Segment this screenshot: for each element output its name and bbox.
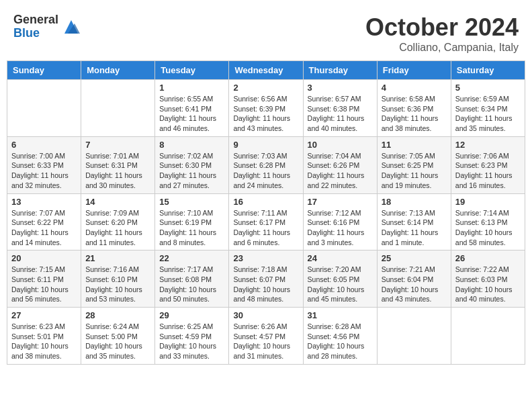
day-info: Sunrise: 7:02 AMSunset: 6:30 PMDaylight:… [159, 151, 224, 191]
day-number: 27 [11, 310, 77, 320]
calendar-cell: 15Sunrise: 7:10 AMSunset: 6:19 PMDayligh… [155, 193, 229, 250]
calendar-week-2: 6Sunrise: 7:00 AMSunset: 6:33 PMDaylight… [7, 136, 525, 193]
day-number: 17 [308, 197, 373, 207]
calendar-cell: 4Sunrise: 6:58 AMSunset: 6:36 PMDaylight… [377, 80, 451, 137]
day-info: Sunrise: 6:58 AMSunset: 6:36 PMDaylight:… [382, 94, 447, 134]
calendar-cell: 10Sunrise: 7:04 AMSunset: 6:26 PMDayligh… [303, 136, 377, 193]
day-number: 2 [233, 83, 298, 93]
calendar-cell: 25Sunrise: 7:21 AMSunset: 6:04 PMDayligh… [377, 250, 451, 308]
logo-icon [61, 17, 81, 37]
month-title: October 2024 [365, 13, 519, 42]
calendar-cell: 27Sunrise: 6:23 AMSunset: 5:01 PMDayligh… [7, 308, 81, 365]
day-info: Sunrise: 7:22 AMSunset: 6:03 PMDaylight:… [455, 265, 521, 304]
day-info: Sunrise: 6:56 AMSunset: 6:39 PMDaylight:… [233, 94, 298, 134]
day-info: Sunrise: 6:24 AMSunset: 5:00 PMDaylight:… [85, 322, 150, 361]
day-number: 1 [159, 83, 224, 93]
day-number: 12 [455, 140, 521, 150]
calendar-week-3: 13Sunrise: 7:07 AMSunset: 6:22 PMDayligh… [7, 193, 525, 250]
calendar-cell: 11Sunrise: 7:05 AMSunset: 6:25 PMDayligh… [377, 136, 451, 193]
calendar-cell: 28Sunrise: 6:24 AMSunset: 5:00 PMDayligh… [81, 308, 155, 365]
day-number: 20 [11, 253, 77, 263]
day-number: 30 [233, 310, 298, 320]
calendar-body: 1Sunrise: 6:55 AMSunset: 6:41 PMDaylight… [7, 80, 525, 365]
calendar-week-1: 1Sunrise: 6:55 AMSunset: 6:41 PMDaylight… [7, 80, 525, 137]
logo: General Blue [13, 13, 81, 40]
day-number: 16 [233, 197, 298, 207]
calendar-cell: 17Sunrise: 7:12 AMSunset: 6:16 PMDayligh… [303, 193, 377, 250]
calendar-cell: 14Sunrise: 7:09 AMSunset: 6:20 PMDayligh… [81, 193, 155, 250]
calendar-cell: 13Sunrise: 7:07 AMSunset: 6:22 PMDayligh… [7, 193, 81, 250]
calendar-cell: 19Sunrise: 7:14 AMSunset: 6:13 PMDayligh… [451, 193, 525, 250]
calendar-cell: 20Sunrise: 7:15 AMSunset: 6:11 PMDayligh… [7, 250, 81, 308]
calendar-cell: 7Sunrise: 7:01 AMSunset: 6:31 PMDaylight… [81, 136, 155, 193]
calendar-cell: 2Sunrise: 6:56 AMSunset: 6:39 PMDaylight… [229, 80, 303, 137]
calendar-cell: 18Sunrise: 7:13 AMSunset: 6:14 PMDayligh… [377, 193, 451, 250]
weekday-header-friday: Friday [377, 61, 451, 80]
day-number: 24 [308, 253, 373, 263]
day-info: Sunrise: 7:03 AMSunset: 6:28 PMDaylight:… [233, 151, 298, 191]
day-number: 8 [159, 140, 224, 150]
day-info: Sunrise: 7:09 AMSunset: 6:20 PMDaylight:… [85, 208, 150, 248]
weekday-header-tuesday: Tuesday [155, 61, 229, 80]
calendar-cell: 24Sunrise: 7:20 AMSunset: 6:05 PMDayligh… [303, 250, 377, 308]
day-number: 23 [233, 253, 298, 263]
day-info: Sunrise: 6:25 AMSunset: 4:59 PMDaylight:… [159, 322, 224, 361]
calendar-week-5: 27Sunrise: 6:23 AMSunset: 5:01 PMDayligh… [7, 308, 525, 365]
day-number: 5 [455, 83, 521, 93]
calendar-cell: 3Sunrise: 6:57 AMSunset: 6:38 PMDaylight… [303, 80, 377, 137]
day-info: Sunrise: 7:18 AMSunset: 6:07 PMDaylight:… [233, 265, 298, 304]
calendar-cell [7, 80, 81, 137]
day-number: 6 [11, 140, 77, 150]
day-info: Sunrise: 7:11 AMSunset: 6:17 PMDaylight:… [233, 208, 298, 248]
day-info: Sunrise: 7:04 AMSunset: 6:26 PMDaylight:… [308, 151, 373, 191]
day-info: Sunrise: 6:59 AMSunset: 6:34 PMDaylight:… [455, 94, 521, 134]
day-number: 19 [455, 197, 521, 207]
day-number: 14 [85, 197, 150, 207]
day-number: 9 [233, 140, 298, 150]
weekday-header-thursday: Thursday [303, 61, 377, 80]
calendar-header: SundayMondayTuesdayWednesdayThursdayFrid… [7, 61, 525, 80]
day-number: 3 [308, 83, 373, 93]
day-info: Sunrise: 7:21 AMSunset: 6:04 PMDaylight:… [382, 265, 447, 304]
day-info: Sunrise: 7:12 AMSunset: 6:16 PMDaylight:… [308, 208, 373, 248]
day-info: Sunrise: 6:55 AMSunset: 6:41 PMDaylight:… [159, 94, 224, 134]
calendar-cell: 23Sunrise: 7:18 AMSunset: 6:07 PMDayligh… [229, 250, 303, 308]
day-info: Sunrise: 7:05 AMSunset: 6:25 PMDaylight:… [382, 151, 447, 191]
day-number: 10 [308, 140, 373, 150]
page-header: General Blue October 2024 Colliano, Camp… [7, 7, 525, 57]
calendar-cell: 1Sunrise: 6:55 AMSunset: 6:41 PMDaylight… [155, 80, 229, 137]
day-info: Sunrise: 6:26 AMSunset: 4:57 PMDaylight:… [233, 322, 298, 361]
calendar-cell: 29Sunrise: 6:25 AMSunset: 4:59 PMDayligh… [155, 308, 229, 365]
calendar-cell: 12Sunrise: 7:06 AMSunset: 6:23 PMDayligh… [451, 136, 525, 193]
day-number: 28 [85, 310, 150, 320]
day-info: Sunrise: 7:20 AMSunset: 6:05 PMDaylight:… [308, 265, 373, 304]
day-number: 4 [382, 83, 447, 93]
day-info: Sunrise: 7:10 AMSunset: 6:19 PMDaylight:… [159, 208, 224, 248]
weekday-header-row: SundayMondayTuesdayWednesdayThursdayFrid… [7, 61, 525, 80]
day-number: 26 [455, 253, 521, 263]
calendar-cell: 9Sunrise: 7:03 AMSunset: 6:28 PMDaylight… [229, 136, 303, 193]
day-number: 11 [382, 140, 447, 150]
day-info: Sunrise: 7:06 AMSunset: 6:23 PMDaylight:… [455, 151, 521, 191]
logo-general-text: General [13, 13, 58, 27]
weekday-header-sunday: Sunday [7, 61, 81, 80]
day-info: Sunrise: 7:16 AMSunset: 6:10 PMDaylight:… [85, 265, 150, 304]
day-number: 13 [11, 197, 77, 207]
calendar-cell [377, 308, 451, 365]
day-info: Sunrise: 6:57 AMSunset: 6:38 PMDaylight:… [308, 94, 373, 134]
weekday-header-wednesday: Wednesday [229, 61, 303, 80]
day-number: 7 [85, 140, 150, 150]
calendar-cell: 21Sunrise: 7:16 AMSunset: 6:10 PMDayligh… [81, 250, 155, 308]
day-info: Sunrise: 6:23 AMSunset: 5:01 PMDaylight:… [11, 322, 77, 361]
day-info: Sunrise: 7:00 AMSunset: 6:33 PMDaylight:… [11, 151, 77, 191]
calendar-cell: 31Sunrise: 6:28 AMSunset: 4:56 PMDayligh… [303, 308, 377, 365]
day-info: Sunrise: 7:07 AMSunset: 6:22 PMDaylight:… [11, 208, 77, 248]
day-number: 29 [159, 310, 224, 320]
day-number: 25 [382, 253, 447, 263]
day-info: Sunrise: 7:13 AMSunset: 6:14 PMDaylight:… [382, 208, 447, 248]
title-block: October 2024 Colliano, Campania, Italy [365, 13, 519, 54]
day-info: Sunrise: 7:14 AMSunset: 6:13 PMDaylight:… [455, 208, 521, 248]
day-info: Sunrise: 7:01 AMSunset: 6:31 PMDaylight:… [85, 151, 150, 191]
calendar-cell: 6Sunrise: 7:00 AMSunset: 6:33 PMDaylight… [7, 136, 81, 193]
calendar-cell: 22Sunrise: 7:17 AMSunset: 6:08 PMDayligh… [155, 250, 229, 308]
